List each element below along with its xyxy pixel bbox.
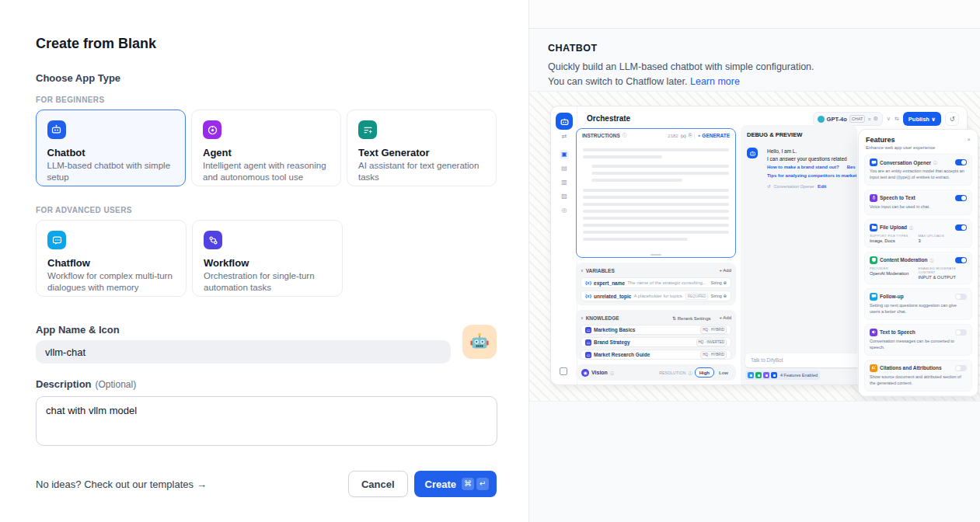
speaker-icon (870, 329, 877, 336)
web-nav-icon: ◎ (560, 206, 569, 215)
info-icon: ⓘ (929, 258, 933, 263)
workflow-icon (204, 231, 222, 249)
app-type-card-workflow[interactable]: Workflow Orchestration for single-turn a… (192, 220, 343, 297)
create-button-label: Create (425, 478, 456, 490)
chevron-down-icon: ∨ (887, 116, 891, 122)
suggested-question: Bes (847, 163, 856, 172)
app-name-label: App Name & Icon (36, 324, 497, 336)
app-icon-picker[interactable] (462, 325, 497, 359)
swap-app-icon: ⇄ (551, 133, 577, 140)
app-type-card-chatbot[interactable]: Chatbot LLM-based chatbot with simple se… (36, 110, 186, 186)
variable-icon: {x} (681, 134, 686, 138)
cancel-button[interactable]: Cancel (348, 471, 408, 497)
copy-icon: ⎘ (689, 133, 692, 138)
advanced-app-type-cards: Chatflow Workflow for complex multi-turn… (36, 220, 497, 297)
feature-item-citations: Citations and Attributions Show source d… (864, 360, 972, 392)
feature-toggle (955, 294, 967, 300)
upload-mini-icon (771, 372, 777, 378)
instructions-placeholder-text (577, 142, 735, 243)
feature-toggle (955, 159, 967, 165)
dataset-icon: ▭ (585, 339, 591, 346)
suggested-question: Tips for analyzing competitors in market (767, 172, 851, 180)
app-type-desc: Workflow for complex multi-turn dialogue… (47, 270, 175, 294)
microphone-icon (870, 194, 877, 202)
suggested-question: How to make a brand stand out? (767, 163, 839, 172)
moderation-mini-icon (755, 372, 762, 378)
learn-more-link[interactable]: Learn more (690, 76, 740, 87)
create-button[interactable]: Create ⌘↵ (414, 471, 497, 497)
app-type-card-agent[interactable]: Agent Intelligent agent with reasoning a… (191, 110, 341, 186)
close-icon: × (967, 136, 971, 143)
orchestrate-title: Orchestrate (587, 114, 630, 123)
chatflow-icon (47, 231, 66, 249)
info-icon: ⓘ (909, 225, 913, 230)
features-panel: Features × Enhance web app user experien… (858, 129, 978, 397)
knowledge-panel: ∨ KNOWLEDGE ⇅ Rerank Settings + Add ▭ Ma… (576, 310, 736, 360)
app-type-title: Text Generator (358, 147, 485, 158)
required-badge: REQUIRED (685, 293, 709, 300)
choose-app-type-label: Choose App Type (36, 72, 497, 84)
collapse-icon (560, 367, 567, 375)
app-type-desc: Intelligent agent with reasoning and aut… (203, 160, 330, 183)
feature-toggle (955, 365, 967, 371)
gpt4o-model-icon (818, 116, 825, 123)
opener-mini-icon (748, 372, 754, 378)
app-type-card-text-generator[interactable]: Text Generator AI assistant for text gen… (347, 110, 497, 186)
app-type-card-chatflow[interactable]: Chatflow Workflow for complex multi-turn… (36, 220, 187, 297)
description-label: Description (36, 378, 92, 390)
speech-mini-icon (763, 372, 769, 378)
notes-nav-icon: ▧ (560, 192, 569, 201)
variable-row: {x} unrelated_topic A placeholder for to… (581, 291, 731, 301)
feature-item-text-to-speech: Text to Speech Conversation messages can… (864, 324, 972, 356)
app-type-title: Workflow (204, 257, 331, 269)
page-title: Create from Blank (36, 36, 497, 52)
app-type-desc: LLM-based chatbot with simple setup (47, 160, 175, 183)
history-icon: ↺ (945, 112, 959, 126)
preview-description: Quickly build an LLM-based chatbot with … (548, 60, 818, 89)
compare-icon: ⇆ (895, 116, 899, 122)
app-type-title: Chatflow (47, 257, 175, 269)
feature-item-follow-up: Follow-up Setting up next questions sugg… (864, 288, 972, 320)
bot-avatar (747, 148, 758, 158)
enter-key-icon: ↵ (476, 478, 489, 490)
cmd-key-icon: ⌘ (462, 478, 474, 490)
resize-handle (650, 254, 661, 256)
templates-link[interactable]: No ideas? Check out our templates→ (36, 478, 207, 490)
mic-param-icon: ≡ (867, 117, 870, 122)
feature-toggle (955, 224, 967, 231)
preview-heading: CHATBOT (548, 43, 980, 54)
feature-item-conversation-opener: Conversation Opener ⓘ You are an entity … (864, 154, 972, 186)
beginner-app-type-cards: Chatbot LLM-based chatbot with simple se… (36, 110, 497, 186)
debug-preview-column: DEBUG & PREVIEW Hello, I am L. I can ans… (741, 125, 857, 385)
feature-item-content-moderation: Content Moderation ⓘ PROVIDEROpenAI Mode… (864, 252, 972, 284)
folder-icon (870, 224, 877, 231)
dataset-icon: ▭ (585, 352, 591, 358)
text-generator-icon (358, 120, 377, 139)
app-name-input[interactable] (36, 340, 451, 364)
create-app-modal: Create from Blank Choose App Type FOR BE… (0, 0, 980, 522)
preview-artwork: ⇄ ▣ ▤ ▥ ▧ ◎ Orchestrate GPT-4o C (529, 91, 980, 402)
publish-button: Publish∨ (903, 112, 941, 126)
modal-top-band (529, 0, 980, 29)
caret-down-icon: ∨ (581, 268, 584, 273)
resolution-high-option: High (695, 367, 714, 378)
rerank-settings-button: ⇅ Rerank Settings (672, 315, 710, 321)
app-type-title: Chatbot (47, 147, 175, 158)
quote-icon (870, 364, 877, 372)
add-variable-button: + Add (719, 268, 731, 273)
preview-app-icon (556, 113, 573, 130)
preview-pane: CHATBOT Quickly build an LLM-based chatb… (529, 0, 980, 522)
chatbot-icon (47, 120, 66, 139)
feature-toggle (955, 195, 967, 201)
info-icon: ⓘ (623, 133, 627, 138)
feature-item-speech-to-text: Speech to Text Voice input can be used i… (864, 190, 972, 215)
refresh-icon: ↺ (767, 184, 771, 189)
arrow-right-icon: → (197, 478, 207, 490)
beginners-group-label: FOR BEGINNERS (36, 96, 497, 104)
info-icon: ⓘ (689, 371, 692, 375)
description-textarea[interactable]: chat with vllm model (36, 396, 497, 446)
feature-item-annotation-reply: Annotation Reply (864, 395, 972, 397)
settings-param-icon: ⚙ (874, 116, 878, 122)
logs-nav-icon: ▤ (560, 164, 569, 173)
shield-icon (870, 256, 877, 264)
